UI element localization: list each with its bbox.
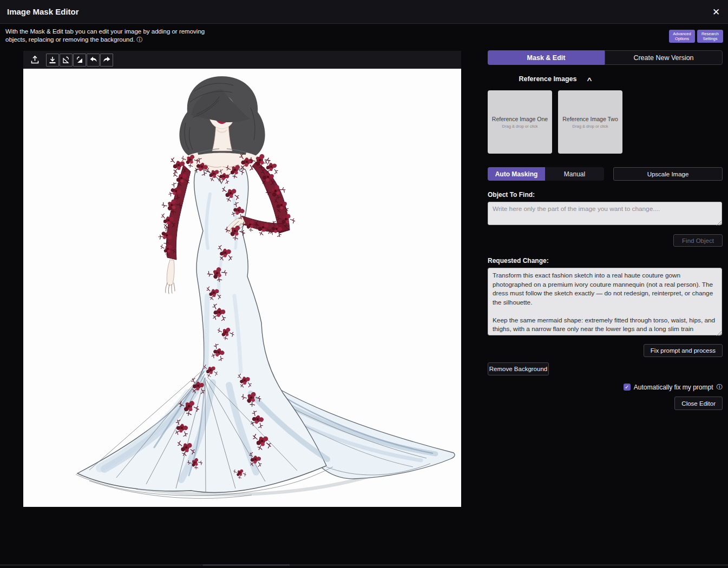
download-button[interactable] — [46, 54, 59, 67]
reference-image-slots: Reference Image One Drag & drop or click… — [488, 90, 723, 154]
rotate-left-icon — [62, 56, 70, 64]
chevron-up-icon[interactable]: ∧ — [586, 76, 593, 83]
tab-create-new-version[interactable]: Create New Version — [605, 50, 723, 65]
reference-images-header: Reference Images ∧ — [488, 75, 623, 83]
reference-image-one-dropzone[interactable]: Reference Image One Drag & drop or click — [488, 90, 552, 154]
close-icon[interactable]: ✕ — [709, 5, 723, 19]
remove-background-button[interactable]: Remove Background — [488, 362, 549, 375]
object-to-find-label: Object To Find: — [488, 191, 723, 199]
header-bar: Image Mask Editor ✕ — [0, 0, 728, 24]
auto-masking-button[interactable]: Auto Masking — [488, 167, 545, 181]
fashion-sketch-image — [23, 69, 461, 507]
auto-fix-label: Automatically fix my prompt — [634, 384, 713, 391]
rotate-right-button[interactable] — [73, 54, 86, 67]
rotate-right-icon — [75, 56, 84, 64]
top-action-buttons: Advanced Options Research Settings — [669, 30, 723, 43]
intro-text: With the Mask & Edit tab you can edit yo… — [5, 28, 222, 44]
info-icon[interactable]: ⓘ — [717, 383, 723, 391]
upscale-image-button[interactable]: Upscale Image — [613, 167, 723, 181]
redo-icon — [102, 55, 112, 64]
research-settings-button[interactable]: Research Settings — [697, 30, 723, 43]
panel-tabs: Mask & Edit Create New Version — [488, 50, 723, 65]
requested-change-input[interactable]: Transform this exact fashion sketch into… — [488, 268, 722, 335]
page-title: Image Mask Editor — [7, 7, 79, 16]
editor-canvas-area — [23, 51, 461, 507]
tab-mask-and-edit[interactable]: Mask & Edit — [488, 50, 605, 65]
reference-images-title: Reference Images — [519, 75, 576, 83]
undo-icon — [89, 55, 98, 64]
masking-mode-row: Auto Masking Manual Upscale Image — [488, 167, 723, 181]
rotate-left-button[interactable] — [60, 54, 73, 67]
advanced-options-button[interactable]: Advanced Options — [669, 30, 695, 43]
edit-panel: Mask & Edit Create New Version Reference… — [488, 50, 723, 410]
upload-button[interactable] — [28, 54, 41, 67]
mask-canvas[interactable] — [23, 69, 461, 507]
auto-fix-checkbox[interactable]: ✓ — [624, 384, 631, 391]
close-editor-button[interactable]: Close Editor — [674, 397, 723, 410]
upload-icon — [30, 55, 40, 64]
canvas-toolbar — [23, 51, 461, 69]
redo-button[interactable] — [100, 54, 113, 67]
find-object-button[interactable]: Find Object — [673, 234, 723, 247]
undo-button[interactable] — [87, 54, 100, 67]
reference-image-two-dropzone[interactable]: Reference Image Two Drag & drop or click — [558, 90, 622, 154]
download-icon — [48, 56, 57, 64]
scrollbar-thumb[interactable] — [203, 564, 290, 566]
manual-masking-button[interactable]: Manual — [545, 167, 604, 181]
object-to-find-input[interactable] — [488, 202, 722, 225]
info-icon[interactable]: ⓘ — [136, 36, 142, 43]
requested-change-label: Requested Change: — [488, 257, 723, 265]
auto-fix-row: ✓ Automatically fix my prompt ⓘ — [488, 383, 723, 391]
fix-prompt-and-process-button[interactable]: Fix prompt and process — [644, 344, 723, 357]
horizontal-scrollbar[interactable] — [0, 564, 728, 566]
